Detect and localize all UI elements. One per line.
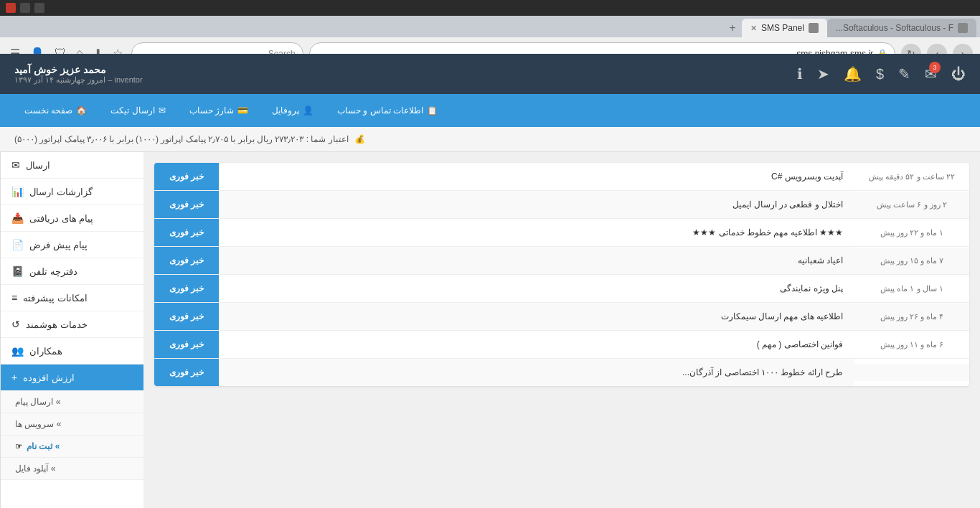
reports-label: گزارشات ارسال (29, 187, 93, 197)
power-icon[interactable]: ⏻ (951, 66, 966, 83)
mail-icon[interactable]: ✉ 3 (925, 65, 937, 83)
sidebar-sub-upload[interactable]: » آپلود فایل (1, 458, 143, 480)
news-type: خبر فوری (154, 275, 219, 302)
news-type: خبر فوری (154, 163, 219, 190)
bell-icon[interactable]: 🔔 (844, 65, 862, 83)
sidebar-item-valueadded[interactable]: ارزش افزوده + (1, 364, 143, 391)
news-title: پنل ویژه نمایندگی (219, 275, 854, 302)
send-sidebar-icon: ✉ (11, 159, 20, 171)
send-icon[interactable]: ➤ (817, 65, 829, 83)
news-type: خبر فوری (154, 303, 219, 330)
news-type: خبر فوری (154, 359, 219, 386)
news-time: ۲۲ ساعت و ۵۲ دقیقه پیش (854, 164, 969, 190)
charge-icon: 💳 (237, 105, 248, 116)
news-row[interactable]: ۴ ماه و ۲۶ روز پیش اطلاعیه های مهم ارسال… (154, 303, 969, 331)
sub-send-msg-label: » ارسال پیام (15, 397, 60, 407)
preoffer-label: پیام پیش فرض (29, 240, 88, 250)
user-subtitle: inventor – امروز چهارشنبه ۱۴ آذر ۱۳۹۷ (14, 75, 143, 85)
news-time: ۱ سال و ۱ ماه پیش (854, 276, 969, 302)
topbar-icons: ⏻ ✉ 3 ✎ $ 🔔 ➤ ℹ (797, 65, 966, 83)
sidebar-sub-send-msg[interactable]: » ارسال پیام (1, 391, 143, 413)
profile-icon: 👤 (303, 105, 314, 116)
sidebar-item-advanced[interactable]: امکانات پیشرفته ≡ (1, 285, 143, 311)
contact-icon: 📋 (427, 105, 438, 116)
tab-label: Softaculous - Softaculous - F... (836, 23, 953, 33)
reports-icon: 📊 (11, 186, 24, 197)
browser-tab-inactive[interactable]: Softaculous - Softaculous - F... (827, 19, 976, 37)
news-title: اطلاعیه های مهم ارسال سیمکارت (219, 303, 854, 330)
nav-item-profile[interactable]: 👤 پروفایل (262, 101, 324, 120)
sidebar-item-phonebook[interactable]: دفترچه تلفن 📓 (1, 258, 143, 285)
user-name: محمد عزیز خوش آمید (14, 64, 143, 75)
news-row[interactable]: ۲ روز و ۶ ساعت پیش اختلال و قطعی در ارسا… (154, 191, 969, 219)
smart-label: خدمات هوشمند (26, 319, 88, 330)
news-table: ۲۲ ساعت و ۵۲ دقیقه پیش آپدیت وبسرویس #C … (154, 163, 969, 386)
news-type: خبر فوری (154, 247, 219, 274)
ticket-icon: ✉ (159, 105, 166, 116)
advanced-label: امکانات پیشرفته (23, 293, 88, 304)
news-time: ۷ ماه و ۱۵ روز پیش (854, 248, 969, 274)
tab-favicon-active (809, 23, 819, 33)
navbar: 📋 اطلاعات تماس و حساب 👤 پروفایل 💳 شارژ ح… (0, 94, 980, 127)
user-info: محمد عزیز خوش آمید inventor – امروز چهار… (14, 64, 143, 85)
mail-badge: 3 (929, 62, 941, 73)
news-title: آپدیت وبسرویس #C (219, 163, 854, 190)
valueadded-label: ارزش افزوده (23, 372, 75, 383)
news-row[interactable]: ۶ ماه و ۱۱ روز پیش قوانین اختصاصی ( مهم … (154, 331, 969, 359)
home-icon: 🏠 (76, 105, 87, 116)
advanced-icon: ≡ (11, 292, 17, 304)
sidebar-item-received[interactable]: پیام های دریافتی 📥 (1, 205, 143, 232)
sidebar-sub-register[interactable]: » ثبت نام ☞ (1, 436, 143, 458)
main-layout: ۲۲ ساعت و ۵۲ دقیقه پیش آپدیت وبسرویس #C … (0, 152, 980, 508)
news-row[interactable]: ۷ ماه و ۱۵ روز پیش اعیاد شعبانیه خبر فور… (154, 247, 969, 275)
edit-icon[interactable]: ✎ (898, 65, 910, 83)
nav-item-ticket[interactable]: ✉ ارسال تیکت (100, 101, 175, 120)
tab-favicon (958, 23, 968, 33)
maximize-button[interactable] (20, 3, 30, 13)
sidebar: ارسال ✉ گزارشات ارسال 📊 پیام های دریافتی… (0, 152, 143, 508)
phonebook-label: دفترچه تلفن (29, 266, 77, 277)
news-row[interactable]: ۱ سال و ۱ ماه پیش پنل ویژه نمایندگی خبر … (154, 275, 969, 303)
minimize-button[interactable] (34, 3, 44, 13)
received-icon: 📥 (11, 212, 24, 224)
app-container: ⏻ ✉ 3 ✎ $ 🔔 ➤ ℹ محمد عزیز خوش آمید inven… (0, 54, 980, 508)
smart-icon: ↺ (11, 319, 20, 330)
browser-tab-active[interactable]: SMS Panel ✕ (742, 19, 827, 37)
colleagues-label: همکاران (29, 346, 62, 357)
nav-item-home[interactable]: 🏠 صفحه نخست (14, 101, 97, 120)
add-tab-button[interactable]: + (723, 19, 742, 37)
info-icon[interactable]: ℹ (797, 65, 803, 83)
sidebar-sub-services[interactable]: » سرویس ها (1, 413, 143, 436)
phonebook-icon: 📓 (11, 265, 24, 277)
preoffer-icon: 📄 (11, 239, 24, 250)
credit-icon: 💰 (354, 134, 365, 144)
news-type: خبر فوری (154, 191, 219, 218)
tab-active-label: SMS Panel (761, 23, 804, 33)
close-button[interactable] (6, 3, 16, 13)
news-row[interactable]: طرح ارائه خطوط ۱۰۰۰ اختصاصی از آذرگان...… (154, 359, 969, 386)
cursor-icon: ☞ (15, 442, 22, 451)
tab-close-icon[interactable]: ✕ (750, 24, 757, 33)
sidebar-item-colleagues[interactable]: همکاران 👥 (1, 338, 143, 364)
sidebar-item-preoffer[interactable]: پیام پیش فرض 📄 (1, 232, 143, 258)
news-time: ۶ ماه و ۱۱ روز پیش (854, 331, 969, 358)
news-row[interactable]: ۲۲ ساعت و ۵۲ دقیقه پیش آپدیت وبسرویس #C … (154, 163, 969, 191)
topbar: ⏻ ✉ 3 ✎ $ 🔔 ➤ ℹ محمد عزیز خوش آمید inven… (0, 54, 980, 94)
content-area: ۲۲ ساعت و ۵۲ دقیقه پیش آپدیت وبسرویس #C … (143, 152, 980, 508)
sub-upload-label: » آپلود فایل (15, 464, 55, 474)
dollar-icon[interactable]: $ (876, 66, 884, 83)
news-title: اعیاد شعبانیه (219, 247, 854, 274)
sidebar-item-send[interactable]: ارسال ✉ (1, 152, 143, 179)
credit-text: اعتبار شما : ۲۷۳٫۲۰۳ ریال برابر با ۲٫۷۰۵… (14, 134, 349, 144)
news-row[interactable]: ۱ ماه و ۲۲ روز پیش ★★★ اطلاعیه مهم خطوط … (154, 219, 969, 247)
colleagues-icon: 👥 (11, 345, 24, 357)
send-sidebar-label: ارسال (26, 160, 50, 171)
sidebar-item-reports[interactable]: گزارشات ارسال 📊 (1, 179, 143, 205)
sidebar-item-smart[interactable]: خدمات هوشمند ↺ (1, 311, 143, 338)
creditbar: 💰 اعتبار شما : ۲۷۳٫۲۰۳ ریال برابر با ۲٫۷… (0, 127, 980, 152)
nav-item-contact[interactable]: 📋 اطلاعات تماس و حساب (327, 101, 448, 120)
nav-item-charge[interactable]: 💳 شارژ حساب (179, 101, 258, 120)
news-type: خبر فوری (154, 219, 219, 246)
browser-chrome: Softaculous - Softaculous - F... SMS Pan… (0, 0, 980, 54)
sidebar-sub-menu: » ارسال پیام » سرویس ها » ثبت نام ☞ » آپ… (1, 391, 143, 480)
